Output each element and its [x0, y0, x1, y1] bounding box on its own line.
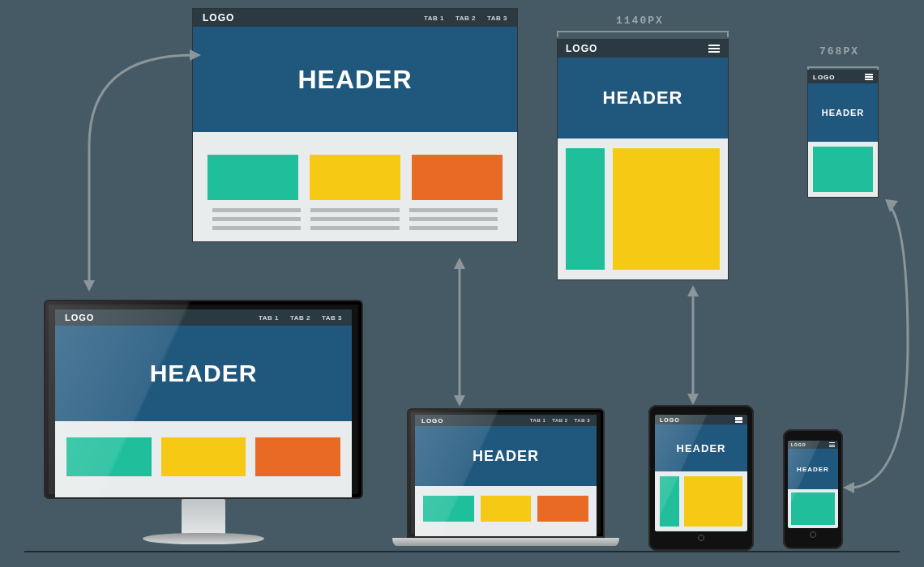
content-block-yellow — [161, 437, 246, 476]
content-block-teal — [791, 492, 835, 525]
header-title: HEADER — [822, 108, 864, 117]
content-block-yellow — [684, 476, 742, 526]
device-desktop-body — [55, 421, 352, 499]
tab-3: TAB 3 — [322, 314, 342, 322]
device-phone: LOGO HEADER — [783, 429, 843, 549]
arrow-desktop-to-laptop — [447, 258, 472, 408]
header-title: HEADER — [603, 87, 683, 109]
header-title: HEADER — [797, 466, 829, 473]
device-laptop: LOGO TAB 1 TAB 2 TAB 3 HEADER — [392, 408, 619, 546]
device-tablet-body — [655, 471, 747, 531]
device-tablet-topbar: LOGO — [655, 415, 747, 424]
home-button-icon — [810, 531, 816, 538]
wireframe-phone-body — [808, 142, 878, 197]
tab-1: TAB 1 — [259, 314, 279, 322]
logo-text: LOGO — [65, 313, 94, 322]
arrow-desktop-wireframe-to-monitor — [73, 49, 203, 300]
wireframe-tablet-topbar: LOGO — [558, 40, 728, 58]
device-laptop-topbar: LOGO TAB 1 TAB 2 TAB 3 — [415, 415, 597, 426]
content-block-teal — [660, 476, 679, 526]
text-placeholder-rows — [207, 208, 503, 230]
hamburger-icon — [829, 442, 835, 447]
device-phone-header: HEADER — [788, 449, 838, 489]
content-block-yellow — [310, 155, 400, 200]
arrow-phone-to-device — [843, 198, 916, 497]
wireframe-desktop-tabs: TAB 1 TAB 2 TAB 3 — [424, 15, 507, 22]
wireframe-desktop-topbar: LOGO TAB 1 TAB 2 TAB 3 — [193, 9, 517, 27]
wireframe-tablet-header: HEADER — [558, 58, 728, 139]
monitor-stand-neck — [182, 499, 225, 535]
logo-text: LOGO — [566, 43, 597, 54]
content-block-teal — [66, 437, 152, 476]
wireframe-desktop: LOGO TAB 1 TAB 2 TAB 3 HEADER — [192, 8, 518, 242]
logo-text: LOGO — [660, 417, 680, 423]
content-block-orange — [255, 437, 340, 476]
logo-text: LOGO — [203, 12, 234, 23]
breakpoint-bracket-tablet — [557, 31, 729, 36]
svg-marker-7 — [687, 394, 699, 405]
wireframe-phone: LOGO HEADER — [807, 70, 879, 198]
header-title: HEADER — [473, 448, 539, 465]
content-block-teal — [813, 147, 873, 192]
content-block-teal — [207, 155, 298, 200]
device-phone-body — [788, 489, 838, 528]
hamburger-icon — [708, 45, 720, 53]
wireframe-tablet-body — [558, 139, 728, 279]
svg-marker-4 — [454, 395, 465, 407]
device-tablet-header: HEADER — [655, 424, 747, 471]
wireframe-desktop-body — [193, 132, 517, 241]
content-block-teal — [566, 148, 605, 270]
content-block-orange — [412, 155, 503, 200]
floor-shadow — [24, 548, 900, 552]
wireframe-desktop-header: HEADER — [193, 27, 517, 132]
wireframe-phone-topbar: LOGO — [808, 70, 878, 83]
header-title: HEADER — [297, 65, 412, 95]
device-desktop-header: HEADER — [55, 326, 352, 421]
breakpoint-label-tablet: 1140PX — [616, 15, 664, 27]
svg-marker-3 — [454, 258, 465, 269]
hamburger-icon — [735, 417, 742, 423]
svg-marker-9 — [843, 482, 854, 493]
device-tablet: LOGO HEADER — [648, 405, 754, 551]
device-laptop-header: HEADER — [415, 426, 597, 486]
header-title: HEADER — [677, 442, 726, 454]
device-desktop: LOGO TAB 1 TAB 2 TAB 3 HEADER — [44, 300, 363, 544]
content-blocks — [207, 155, 503, 200]
tab-2: TAB 2 — [552, 418, 567, 423]
logo-text: LOGO — [813, 74, 836, 81]
tab-1: TAB 1 — [530, 418, 545, 423]
tab-2: TAB 2 — [290, 314, 310, 322]
wireframe-tablet: LOGO HEADER — [557, 39, 729, 280]
tab-1: TAB 1 — [424, 15, 444, 22]
laptop-base — [392, 538, 619, 546]
device-phone-topbar: LOGO — [788, 441, 838, 449]
device-laptop-body — [415, 486, 597, 538]
device-desktop-topbar: LOGO TAB 1 TAB 2 TAB 3 — [55, 309, 352, 326]
logo-text: LOGO — [421, 417, 444, 424]
content-block-yellow — [481, 496, 532, 522]
content-block-teal — [423, 496, 474, 522]
svg-marker-1 — [190, 49, 201, 61]
content-block-yellow — [613, 148, 720, 270]
breakpoint-label-phone: 768PX — [819, 45, 859, 58]
tab-3: TAB 3 — [487, 15, 507, 22]
tab-3: TAB 3 — [575, 418, 590, 423]
wireframe-phone-header: HEADER — [808, 83, 878, 142]
responsive-design-diagram: LOGO TAB 1 TAB 2 TAB 3 HEADER 1140PX — [0, 0, 924, 567]
home-button-icon — [698, 535, 704, 541]
hamburger-icon — [865, 74, 873, 80]
tab-2: TAB 2 — [456, 15, 476, 22]
svg-marker-0 — [83, 280, 95, 292]
logo-text: LOGO — [791, 442, 806, 447]
arrow-tablet-to-device — [681, 285, 705, 407]
content-block-orange — [537, 496, 588, 522]
monitor-stand-base — [143, 533, 264, 544]
svg-marker-6 — [687, 285, 699, 296]
header-title: HEADER — [150, 360, 258, 387]
